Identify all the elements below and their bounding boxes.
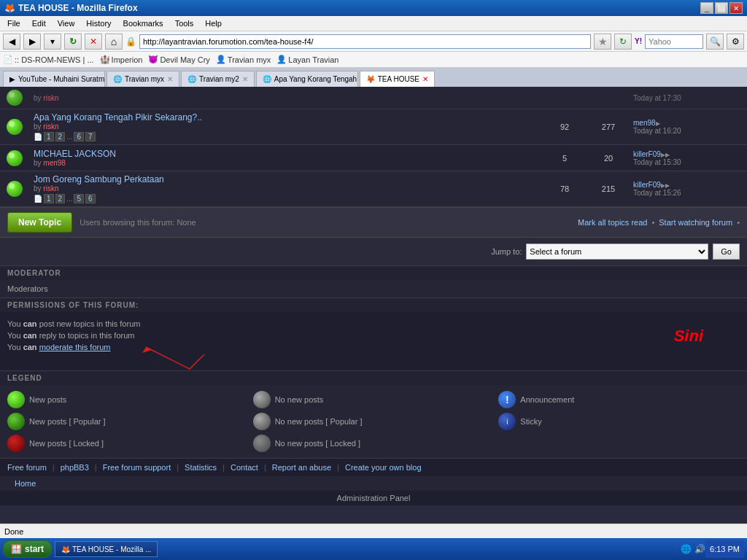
footer-contact[interactable]: Contact: [231, 463, 258, 472]
close-button[interactable]: ✕: [729, 2, 743, 14]
legend-announcement-label: Announcement: [520, 395, 574, 404]
topic-author[interactable]: riskn: [43, 184, 58, 192]
bookmark-icon: 📄: [3, 55, 13, 64]
bookmark-icon: 👤: [216, 55, 226, 64]
stop-button[interactable]: ✕: [85, 34, 102, 50]
topic-author[interactable]: men98: [43, 159, 66, 167]
footer-free-forum-support[interactable]: Free forum support: [103, 463, 171, 472]
jump-go-button[interactable]: Go: [713, 244, 740, 260]
footer-links: Free forum | phpBB3 | Free forum support…: [0, 458, 747, 476]
last-poster[interactable]: killerF09▶: [633, 181, 744, 189]
jump-label: Jump to:: [491, 247, 522, 256]
topic-title[interactable]: Jom Goreng Sambung Perkataan: [34, 174, 538, 184]
minimize-button[interactable]: _: [700, 2, 713, 14]
bookmark-devil-may-cry[interactable]: 😈 Devil May Cry: [148, 55, 209, 64]
topic-by: by riskn: [34, 122, 538, 131]
tab-travian-my2[interactable]: 🌐 Travian my2 ✕: [181, 71, 255, 87]
start-button[interactable]: 🪟 start: [3, 540, 52, 558]
gear-button[interactable]: ⚙: [727, 34, 744, 50]
topic-title[interactable]: MICHAEL JACKSON: [34, 149, 538, 159]
topic-icon: [0, 87, 29, 109]
separator: •: [651, 218, 654, 227]
home-link[interactable]: Home: [7, 476, 43, 491]
topic-author[interactable]: riskn: [43, 122, 58, 131]
footer-create-blog[interactable]: Create your own blog: [345, 463, 422, 472]
refresh-button[interactable]: ↻: [64, 34, 82, 50]
page-7[interactable]: 7: [85, 132, 96, 141]
footer-statistics[interactable]: Statistics: [185, 463, 217, 472]
search-button[interactable]: 🔍: [706, 34, 724, 50]
menu-bookmarks[interactable]: Bookmarks: [119, 18, 168, 29]
taskbar-tea-house[interactable]: 🦊 TEA HOUSE - Mozilla ...: [55, 541, 158, 557]
bookmark-travian-myx[interactable]: 👤 Travian myx: [216, 55, 271, 64]
tab-close-travian-myx[interactable]: ✕: [167, 75, 173, 83]
page-1[interactable]: 1: [44, 132, 54, 141]
lock-icon: 🔒: [125, 36, 136, 47]
permission-bold-2: can: [23, 331, 37, 340]
users-browsing: Users browsing this forum: None: [80, 218, 196, 227]
mark-all-read-link[interactable]: Mark all topics read: [578, 218, 647, 227]
page-6[interactable]: 6: [85, 194, 96, 203]
tab-youtube[interactable]: ▶ YouTube - Muhaini Suratman... ✕: [3, 71, 105, 87]
tab-label: Travian myx: [125, 75, 164, 83]
topic-title[interactable]: Apa Yang Korang Tengah Pikir Sekarang?..: [34, 112, 538, 122]
no-new-posts-legend-icon: [253, 391, 271, 408]
last-poster[interactable]: killerF09▶: [633, 150, 744, 158]
bookmark-ds-rom[interactable]: 📄 :: DS-ROM-NEWS | ...: [3, 55, 94, 64]
back-button[interactable]: ◀: [3, 34, 20, 50]
tab-close-tea-house[interactable]: ✕: [422, 75, 428, 83]
new-topic-button[interactable]: New Topic: [7, 212, 72, 233]
separator: •: [737, 218, 740, 227]
arrow-svg: [88, 340, 219, 376]
topic-info: by riskn: [29, 91, 543, 105]
menu-history[interactable]: History: [82, 18, 115, 29]
legend-new-posts: New posts: [7, 391, 249, 408]
restore-button[interactable]: ⬜: [715, 2, 728, 14]
home-button[interactable]: ⌂: [105, 34, 123, 50]
address-input[interactable]: [139, 34, 591, 49]
tab-apa-yang[interactable]: 🌐 Apa Yang Korang Tengah Pik... ✕: [256, 71, 358, 87]
admin-panel-link[interactable]: Administration Panel: [0, 491, 747, 505]
partial-by: by riskn: [34, 94, 538, 102]
moderator-content: Moderators: [0, 280, 747, 298]
footer-phpbb3[interactable]: phpBB3: [61, 463, 89, 472]
topic-icon: [0, 116, 29, 138]
tab-travian-myx[interactable]: 🌐 Travian myx ✕: [107, 71, 179, 87]
legend-sticky: i Sticky: [498, 413, 740, 430]
search-input[interactable]: [645, 34, 703, 49]
topic-pages: 📄 1 2 ... 6 7: [34, 132, 538, 141]
footer-report-abuse[interactable]: Report an abuse: [272, 463, 331, 472]
tab-close-travian-my2[interactable]: ✕: [242, 75, 248, 83]
page-2[interactable]: 2: [55, 132, 66, 141]
topic-views: 215: [587, 184, 630, 193]
forward-button[interactable]: ▶: [23, 34, 41, 50]
menu-edit[interactable]: Edit: [28, 18, 50, 29]
bookmark-layan-travian[interactable]: 👤 Layan Travian: [276, 55, 338, 64]
tab-icon: 🌐: [187, 75, 196, 83]
topic-info: Apa Yang Korang Tengah Pikir Sekarang?..…: [29, 109, 543, 144]
window-title: 🦊 TEA HOUSE - Mozilla Firefox: [4, 3, 138, 13]
footer-sep-1: |: [53, 463, 55, 472]
last-poster[interactable]: men98: [633, 119, 744, 127]
bookmark-star-button[interactable]: ★: [594, 34, 611, 50]
jump-select[interactable]: Select a forum: [526, 244, 708, 260]
menu-tools[interactable]: Tools: [171, 18, 198, 29]
bookmark-imperion[interactable]: 🏰 Imperion: [100, 55, 143, 64]
start-watching-link[interactable]: Start watching forum: [659, 218, 732, 227]
footer-free-forum[interactable]: Free forum: [7, 463, 47, 472]
menu-file[interactable]: File: [3, 18, 25, 29]
page-5[interactable]: 5: [74, 194, 84, 203]
topic-info: MICHAEL JACKSON by men98: [29, 146, 543, 170]
dropdown-button[interactable]: ▾: [44, 34, 61, 50]
menu-view[interactable]: View: [53, 18, 80, 29]
menu-help[interactable]: Help: [201, 18, 226, 29]
tab-tea-house[interactable]: 🦊 TEA HOUSE ✕: [360, 71, 435, 87]
tab-icon: 🌐: [113, 75, 122, 83]
page-1[interactable]: 1: [44, 194, 54, 203]
refresh-go-button[interactable]: ↻: [614, 34, 632, 50]
tray-icons: 🌐 🔊: [681, 544, 705, 554]
topic-icon: [0, 178, 29, 200]
page-6[interactable]: 6: [74, 132, 84, 141]
last-time: Today at 15:30: [633, 158, 744, 166]
page-2[interactable]: 2: [55, 194, 66, 203]
